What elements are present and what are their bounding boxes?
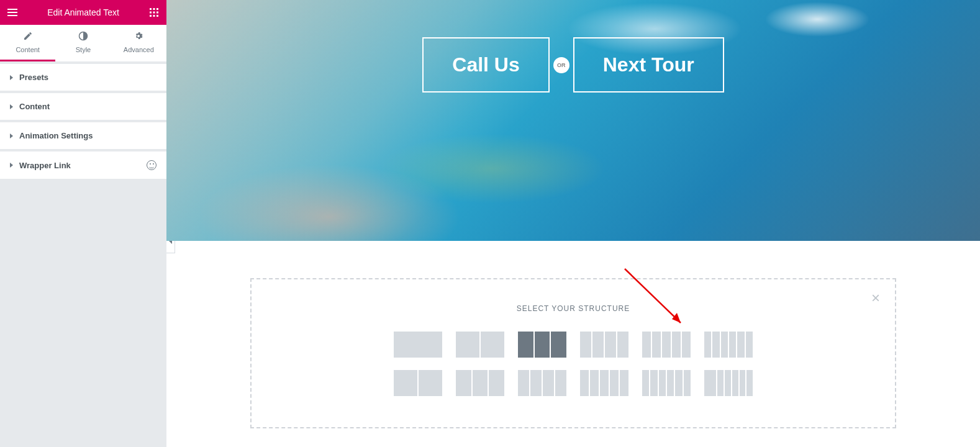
pencil-icon [23, 31, 33, 41]
gear-icon [134, 31, 143, 41]
panel-presets-label: Presets [19, 73, 48, 82]
close-icon[interactable]: × [871, 291, 880, 305]
widgets-button[interactable] [142, 0, 166, 25]
editor-sidebar: Edit Animated Text Content Style Advance… [0, 0, 166, 447]
panel-wrapper-label: Wrapper Link [19, 161, 71, 170]
structure-row [394, 332, 753, 358]
sidebar-title: Edit Animated Text [47, 7, 119, 17]
structure-row [394, 370, 753, 396]
caret-right-icon [10, 163, 13, 168]
preview-canvas: Call Us OR Next Tour × SELECT YOUR STRUC… [166, 0, 980, 447]
call-us-button[interactable]: Call Us [422, 37, 549, 93]
separator-badge: OR [553, 57, 569, 73]
panel-list: Presets Content Animation Settings Wrapp… [0, 64, 166, 179]
contrast-icon [78, 31, 88, 41]
tab-content-label: Content [16, 46, 40, 53]
happy-addons-icon [147, 160, 157, 170]
structure-option-5col-b[interactable] [580, 370, 628, 396]
panel-content-label: Content [19, 102, 50, 111]
structure-picker-title: SELECT YOUR STRUCTURE [289, 304, 858, 313]
panel-content[interactable]: Content [0, 93, 166, 120]
panel-animation-label: Animation Settings [19, 131, 93, 140]
hero-section: Call Us OR Next Tour [166, 0, 980, 241]
panel-animation-settings[interactable]: Animation Settings [0, 122, 166, 149]
structure-picker: × SELECT YOUR STRUCTURE [250, 278, 896, 428]
grid-icon [150, 8, 158, 17]
structure-option-4col[interactable] [580, 332, 628, 358]
structure-option-4col-b[interactable] [518, 370, 566, 396]
hamburger-icon [7, 9, 17, 16]
panel-wrapper-link[interactable]: Wrapper Link [0, 151, 166, 179]
structure-option-3col[interactable] [518, 332, 566, 358]
tab-advanced-label: Advanced [124, 46, 154, 53]
caret-right-icon [10, 104, 13, 109]
menu-button[interactable] [0, 0, 25, 25]
tab-advanced[interactable]: Advanced [111, 25, 166, 61]
sidebar-header: Edit Animated Text [0, 0, 166, 25]
caret-right-icon [10, 75, 13, 80]
tab-content[interactable]: Content [0, 25, 55, 61]
tab-style-label: Style [76, 46, 91, 53]
structure-option-5col[interactable] [642, 332, 691, 358]
structure-option-1col[interactable] [394, 332, 442, 358]
structure-option-6col[interactable] [704, 332, 753, 358]
caret-right-icon [10, 133, 13, 138]
tab-style[interactable]: Style [55, 25, 111, 61]
panel-presets[interactable]: Presets [0, 64, 166, 91]
sidebar-tabs: Content Style Advanced [0, 25, 166, 61]
structure-option-left-heavy[interactable] [704, 370, 753, 396]
structure-option-2col[interactable] [456, 332, 504, 358]
structure-option-3col-b[interactable] [456, 370, 504, 396]
structure-option-6col-b[interactable] [642, 370, 691, 396]
structure-option-2col-b[interactable] [394, 370, 442, 396]
next-tour-button[interactable]: Next Tour [573, 37, 724, 93]
